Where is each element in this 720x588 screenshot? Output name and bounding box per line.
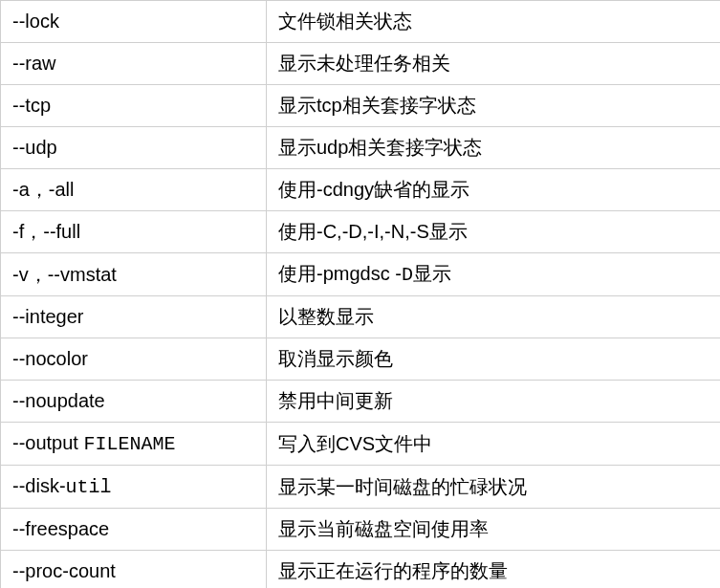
- description-cell: 使用-pmgdsc -D显示: [267, 253, 721, 296]
- table-row: -f，--full使用-C,-D,-I,-N,-S显示: [1, 211, 721, 253]
- option-cell: --disk-util: [1, 466, 267, 509]
- table-row: -a，-all使用-cdngy缺省的显示: [1, 169, 721, 211]
- option-cell: -v，--vmstat: [1, 253, 267, 296]
- table-row: --disk-util显示某一时间磁盘的忙碌状况: [1, 466, 721, 509]
- table-row: --raw显示未处理任务相关: [1, 43, 721, 85]
- option-cell: --raw: [1, 43, 267, 85]
- description-cell: 显示当前磁盘空间使用率: [267, 509, 721, 551]
- description-cell: 显示正在运行的程序的数量: [267, 551, 721, 589]
- table-row: --lock文件锁相关状态: [1, 1, 721, 43]
- options-table-wrapper: --lock文件锁相关状态--raw显示未处理任务相关--tcp显示tcp相关套…: [0, 0, 720, 588]
- table-row: --nocolor取消显示颜色: [1, 338, 721, 381]
- table-row: --freespace显示当前磁盘空间使用率: [1, 509, 721, 551]
- option-cell: --output FILENAME: [1, 423, 267, 466]
- table-row: --output FILENAME写入到CVS文件中: [1, 423, 721, 466]
- option-cell: -a，-all: [1, 169, 267, 211]
- option-cell: --freespace: [1, 509, 267, 551]
- option-cell: --integer: [1, 296, 267, 338]
- description-cell: 使用-cdngy缺省的显示: [267, 169, 721, 211]
- description-cell: 文件锁相关状态: [267, 1, 721, 43]
- option-cell: --proc-count: [1, 551, 267, 589]
- option-cell: --lock: [1, 1, 267, 43]
- description-cell: 使用-C,-D,-I,-N,-S显示: [267, 211, 721, 253]
- description-cell: 显示udp相关套接字状态: [267, 127, 721, 169]
- table-row: --integer以整数显示: [1, 296, 721, 338]
- description-cell: 以整数显示: [267, 296, 721, 338]
- description-cell: 显示tcp相关套接字状态: [267, 85, 721, 127]
- description-cell: 禁用中间更新: [267, 381, 721, 423]
- options-table-body: --lock文件锁相关状态--raw显示未处理任务相关--tcp显示tcp相关套…: [1, 1, 721, 589]
- table-row: --proc-count显示正在运行的程序的数量: [1, 551, 721, 589]
- option-cell: --tcp: [1, 85, 267, 127]
- description-cell: 显示未处理任务相关: [267, 43, 721, 85]
- description-cell: 显示某一时间磁盘的忙碌状况: [267, 466, 721, 509]
- table-row: --udp显示udp相关套接字状态: [1, 127, 721, 169]
- option-cell: --nocolor: [1, 338, 267, 381]
- option-cell: -f，--full: [1, 211, 267, 253]
- description-cell: 写入到CVS文件中: [267, 423, 721, 466]
- description-cell: 取消显示颜色: [267, 338, 721, 381]
- options-table: --lock文件锁相关状态--raw显示未处理任务相关--tcp显示tcp相关套…: [0, 0, 720, 588]
- option-cell: --udp: [1, 127, 267, 169]
- table-row: -v，--vmstat使用-pmgdsc -D显示: [1, 253, 721, 296]
- option-cell: --noupdate: [1, 381, 267, 423]
- table-row: --tcp显示tcp相关套接字状态: [1, 85, 721, 127]
- table-row: --noupdate禁用中间更新: [1, 381, 721, 423]
